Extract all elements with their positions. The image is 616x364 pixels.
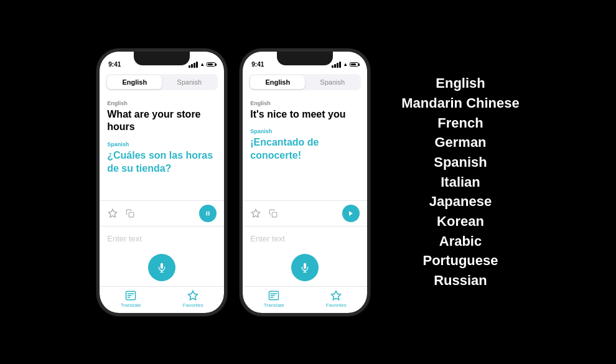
- english-label-1: English: [107, 100, 217, 106]
- notch-2: [277, 52, 333, 65]
- lang-item-2: French: [437, 114, 483, 133]
- svg-marker-7: [189, 291, 198, 299]
- nav-favorites-label-2: Favorites: [326, 302, 347, 308]
- text-input-area-1[interactable]: Enter text: [100, 226, 224, 250]
- tab-english-2[interactable]: English: [250, 75, 305, 89]
- lang-item-7: Korean: [437, 212, 484, 231]
- copy-icon-2[interactable]: [268, 208, 279, 219]
- wifi-icon-2: ▲: [343, 62, 348, 67]
- lang-item-4: Spanish: [434, 153, 487, 172]
- lang-item-9: Portuguese: [422, 251, 498, 270]
- lang-item-10: Russian: [434, 271, 487, 290]
- nav-translate-1[interactable]: Translate: [100, 290, 162, 308]
- signal-icon: [189, 62, 198, 68]
- bottom-nav-2: Translate Favorites: [243, 286, 367, 313]
- star-icon-1[interactable]: [107, 208, 118, 219]
- lang-item-8: Arabic: [439, 232, 482, 251]
- lang-item-0: English: [436, 74, 485, 93]
- english-text-1: What are your store hours: [107, 108, 217, 134]
- nav-translate-2[interactable]: Translate: [243, 290, 305, 308]
- notch-1: [134, 52, 190, 65]
- action-row-1: [100, 200, 224, 226]
- spanish-label-1: Spanish: [107, 141, 217, 147]
- svg-rect-3: [208, 211, 210, 215]
- phone-1: 9:41 ▲ English Spanish: [96, 49, 227, 316]
- lang-item-6: Japanese: [429, 192, 492, 211]
- bottom-nav-1: Translate Favorites: [100, 286, 224, 313]
- nav-favorites-label-1: Favorites: [183, 302, 203, 308]
- status-time-2: 9:41: [251, 61, 264, 68]
- nav-translate-label-1: Translate: [121, 302, 141, 308]
- spanish-text-1: ¿Cuáles son las horas de su tienda?: [107, 149, 217, 175]
- phone-2: 9:41 ▲ English Spanish: [240, 49, 370, 316]
- status-icons-1: ▲: [189, 62, 215, 68]
- lang-item-5: Italian: [441, 173, 480, 192]
- lang-item-1: Mandarin Chinese: [401, 94, 519, 113]
- mic-button-1[interactable]: [148, 254, 175, 281]
- language-tabs-1: English Spanish: [106, 74, 218, 90]
- action-row-2: [243, 200, 367, 226]
- svg-marker-10: [349, 211, 353, 216]
- pause-button-1[interactable]: [199, 205, 217, 222]
- play-button-2[interactable]: [342, 205, 360, 222]
- wifi-icon: ▲: [200, 62, 205, 67]
- action-icons-left-2: [250, 208, 279, 219]
- mic-area-1: [100, 250, 224, 286]
- svg-marker-14: [332, 291, 341, 299]
- english-text-2: It's nice to meet you: [250, 108, 360, 121]
- english-label-2: English: [250, 100, 360, 106]
- nav-translate-label-2: Translate: [264, 302, 284, 308]
- svg-rect-2: [207, 211, 208, 215]
- nav-favorites-2[interactable]: Favorites: [305, 290, 367, 308]
- signal-icon-2: [332, 62, 341, 68]
- mic-button-2[interactable]: [291, 254, 319, 281]
- svg-marker-8: [252, 209, 260, 217]
- star-icon-2[interactable]: [250, 208, 261, 219]
- favorites-icon-1: [187, 290, 198, 301]
- spanish-text-2: ¡Encantado de conocerte!: [250, 136, 360, 162]
- tab-spanish-2[interactable]: Spanish: [305, 75, 360, 89]
- copy-icon-1[interactable]: [124, 208, 136, 219]
- svg-rect-1: [129, 212, 134, 217]
- action-icons-left-1: [107, 208, 136, 219]
- enter-text-placeholder-2: Enter text: [250, 234, 285, 243]
- tab-spanish-1[interactable]: Spanish: [162, 75, 217, 89]
- svg-rect-9: [273, 212, 278, 217]
- lang-item-3: German: [434, 133, 486, 152]
- status-icons-2: ▲: [332, 62, 358, 68]
- language-list: English Mandarin Chinese French German S…: [401, 74, 519, 290]
- content-area-2: English It's nice to meet you Spanish ¡E…: [243, 94, 367, 200]
- nav-favorites-1[interactable]: Favorites: [162, 290, 224, 308]
- language-tabs-2: English Spanish: [249, 74, 361, 90]
- content-area-1: English What are your store hours Spanis…: [100, 94, 224, 200]
- status-time-1: 9:41: [108, 61, 121, 68]
- enter-text-placeholder-1: Enter text: [107, 234, 142, 243]
- battery-icon: [207, 62, 215, 67]
- spanish-label-2: Spanish: [250, 128, 360, 134]
- battery-icon-2: [350, 62, 358, 67]
- translate-icon-2: [268, 290, 279, 301]
- favorites-icon-2: [330, 290, 342, 301]
- main-container: 9:41 ▲ English Spanish: [0, 0, 616, 364]
- tab-english-1[interactable]: English: [107, 75, 162, 89]
- text-input-area-2[interactable]: Enter text: [243, 226, 367, 250]
- translate-icon-1: [125, 290, 136, 301]
- svg-marker-0: [109, 209, 117, 217]
- mic-area-2: [243, 250, 367, 286]
